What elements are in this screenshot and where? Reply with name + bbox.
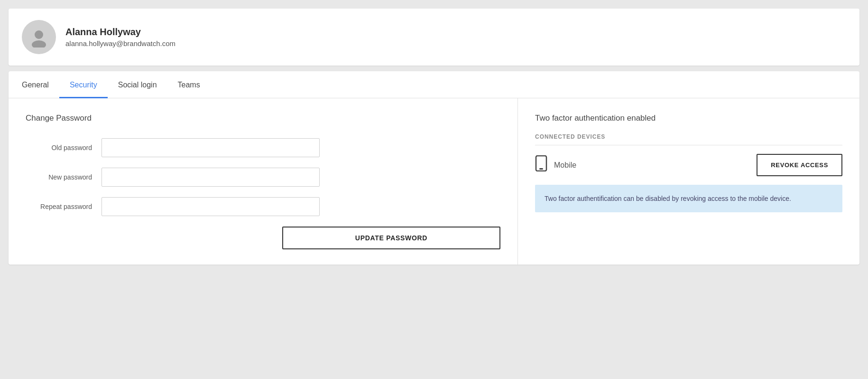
user-avatar-icon <box>28 27 49 47</box>
svg-point-0 <box>35 30 43 39</box>
svg-point-1 <box>32 40 46 47</box>
connected-devices-label: CONNECTED DEVICES <box>535 133 842 140</box>
avatar <box>22 20 56 54</box>
repeat-password-input[interactable] <box>102 197 320 216</box>
tab-social-login[interactable]: Social login <box>108 71 167 98</box>
new-password-row: New password <box>26 168 500 187</box>
change-password-title: Change Password <box>26 114 500 123</box>
revoke-access-button[interactable]: REVOKE ACCESS <box>757 154 842 176</box>
user-name: Alanna Hollyway <box>65 27 175 38</box>
form-actions: UPDATE PASSWORD <box>26 227 500 249</box>
left-panel: Change Password Old password New passwor… <box>9 98 518 265</box>
tab-general[interactable]: General <box>22 71 59 98</box>
device-row: Mobile REVOKE ACCESS <box>535 154 842 176</box>
old-password-row: Old password <box>26 138 500 157</box>
old-password-input[interactable] <box>102 138 320 157</box>
tab-teams[interactable]: Teams <box>167 71 211 98</box>
tab-security[interactable]: Security <box>59 71 108 98</box>
content-area: Change Password Old password New passwor… <box>9 98 859 265</box>
user-email: alanna.hollyway@brandwatch.com <box>65 39 175 47</box>
old-password-label: Old password <box>26 144 102 152</box>
svg-rect-3 <box>539 168 543 170</box>
mobile-icon <box>535 155 547 175</box>
device-name: Mobile <box>554 161 757 170</box>
new-password-label: New password <box>26 173 102 181</box>
new-password-input[interactable] <box>102 168 320 187</box>
tabs: General Security Social login Teams <box>9 71 859 98</box>
main-card: General Security Social login Teams Chan… <box>9 71 859 265</box>
user-info: Alanna Hollyway alanna.hollyway@brandwat… <box>65 27 175 47</box>
update-password-button[interactable]: UPDATE PASSWORD <box>282 227 500 249</box>
repeat-password-row: Repeat password <box>26 197 500 216</box>
tfa-title: Two factor authentication enabled <box>535 114 842 123</box>
header-card: Alanna Hollyway alanna.hollyway@brandwat… <box>9 9 859 66</box>
repeat-password-label: Repeat password <box>26 203 102 210</box>
info-box: Two factor authentification can be disab… <box>535 185 842 212</box>
divider <box>535 145 842 145</box>
right-panel: Two factor authentication enabled CONNEC… <box>518 98 859 265</box>
